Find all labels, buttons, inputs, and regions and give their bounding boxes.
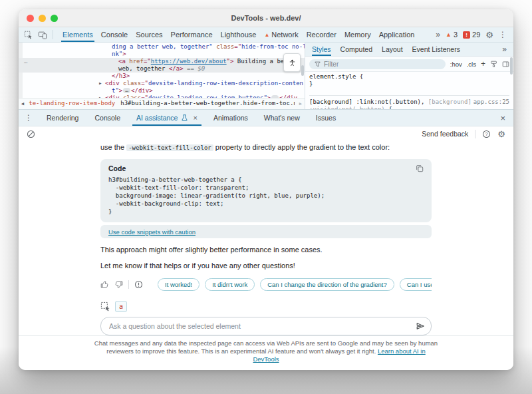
tab-label: Memory [344,31,371,39]
drawer-tab[interactable]: What's new [256,110,308,126]
style-rule-line[interactable]: } [309,81,509,88]
devtools-tab[interactable]: ▲ Network [264,27,298,42]
devtools-tab[interactable]: Performance [171,27,213,42]
question-input[interactable] [101,322,416,330]
style-rule-line[interactable]: element.style { [309,73,509,81]
send-feedback-button[interactable]: Send feedback [422,130,468,138]
inspect-element-button[interactable] [24,31,33,39]
styles-scrollbar-thumb[interactable] [510,57,513,75]
breadcrumb-item[interactable]: te-landing-row-item-body [29,100,115,108]
settings-gear-icon[interactable]: ⚙ [485,30,493,40]
copy-code-button[interactable] [416,164,424,172]
style-rule-line[interactable]: :visited:not(.button) { [309,106,509,109]
style-token: [background] :link:not(.button), [309,98,428,105]
ai-settings-gear-icon[interactable]: ⚙ [497,129,505,139]
breadcrumb-right-icon[interactable]: ▶ [299,101,302,106]
sidebar-icon [502,61,509,68]
expand-arrow-icon[interactable]: ▶ [99,81,105,85]
style-token: element.style [309,73,356,80]
dom-token: "> [227,58,234,65]
toggle-class-button[interactable]: .cls [467,61,476,68]
devtools-tab[interactable]: Lighthouse [221,27,257,42]
suggestion-chip[interactable]: It worked! [158,278,200,291]
issues-badge[interactable]: ! 29 [463,31,480,39]
dom-token: =" [144,58,151,65]
dom-token: </ [169,65,176,72]
drawer-tab[interactable]: Issues [308,110,344,126]
devtools-tab[interactable]: Elements [63,27,93,42]
dom-tree-row[interactable]: ▶<div class="devsite-landing-row-item-bu… [19,95,305,98]
dom-tree-row[interactable]: </h3> [19,73,305,80]
rendering-emulation-button[interactable] [490,61,497,68]
thumbs-up-button[interactable] [100,280,109,289]
close-tab-icon[interactable]: × [193,114,197,122]
devtools-tab[interactable]: Recorder [307,27,336,42]
dom-tree-row[interactable]: t">…</div> [19,87,305,95]
devtools-tab[interactable]: Memory [344,27,371,42]
alternative-approach-paragraph: Alternative approach using -webkit-text-… [100,141,432,153]
expand-arrow-icon[interactable]: ▶ [99,95,105,98]
stylesheet-link[interactable]: app.css:25 [473,98,509,105]
paragraph-token: -webkit-text-fill-color [126,144,213,151]
help-button[interactable]: ? [482,130,491,138]
new-style-rule-button[interactable]: + [481,61,485,67]
styles-tab[interactable]: Layout [382,43,403,56]
styles-tab[interactable]: Event Listeners [412,43,460,56]
styles-tab[interactable]: Computed [340,43,372,56]
devtools-tab[interactable]: Sources [136,27,162,42]
report-button[interactable] [134,280,143,289]
styles-rules[interactable]: element.style { } app.css:25[background]… [305,72,513,109]
dom-tree-row[interactable]: ▶<div class="devsite-landing-row-item-de… [19,80,305,87]
close-drawer-icon[interactable]: × [492,113,513,123]
accessibility-button[interactable] [283,53,301,72]
chat-transcript: purple gradient. Alternative approach us… [100,141,432,335]
dom-tree-row[interactable]: …<a href="https://web.dev/about"> Buildi… [19,58,305,65]
dom-tree-row[interactable]: web, together </a> == $0 [19,65,305,73]
breadcrumb-left-icon[interactable]: ◀ [21,101,24,106]
dom-tree-row[interactable]: nk"> [19,51,305,58]
tab-label: Console [101,31,128,39]
breadcrumb-item[interactable]: h3#building-a-better-web-together.hide-f… [120,100,295,108]
feedback-row: It worked!It didn't workCan I change the… [100,277,432,292]
more-options-icon[interactable]: ⋮ [499,30,507,39]
more-tabs-icon[interactable]: » [436,30,440,39]
caution-link[interactable]: Use code snippets with caution [108,228,196,236]
style-rule-line[interactable] [309,88,509,96]
suggestion-chip[interactable]: It didn't work [205,278,255,291]
closing-text: Let me know if that helps or if you have… [100,261,432,271]
drawer-tab[interactable]: Console [86,110,128,126]
clear-chat-button[interactable] [27,130,35,138]
titlebar[interactable]: DevTools - web.dev/ [19,9,513,27]
issues-count: 29 [472,31,480,39]
drawer-menu-icon[interactable]: ⋮ [19,113,39,122]
drawer-tab[interactable]: Rendering [39,110,86,126]
styles-tab[interactable]: Styles [312,43,331,56]
ai-chat-panel: purple gradient. Alternative approach us… [19,141,513,335]
suggestion-chip[interactable]: Can I change the direction of the gradie… [260,278,394,291]
context-element-chip[interactable]: a [115,301,127,312]
styles-more-tabs-icon[interactable]: » [502,45,507,54]
warnings-badge[interactable]: ▲ 3 [446,31,458,39]
elements-scrollbar-thumb[interactable] [301,65,304,76]
dom-tree[interactable]: ding a better web, together" class="hide… [19,43,305,98]
style-filter-input[interactable]: Filter [309,59,446,69]
select-element-button[interactable] [100,301,110,311]
device-toolbar-button[interactable] [38,31,47,39]
thumbs-up-icon [100,280,109,289]
dom-token: > [122,51,126,57]
code-block[interactable]: h3#building-a-better-web-together a { -w… [108,176,424,216]
style-token: [background] [428,98,471,105]
send-button[interactable] [416,321,425,331]
dom-token: div [108,80,119,87]
suggestion-chip[interactable]: Can I use more than [400,278,432,291]
drawer-tab-ai-assistance[interactable]: AI assistance × [128,110,205,126]
dom-tree-row[interactable]: ding a better web, together" class="hide… [19,43,305,51]
thumbs-down-button[interactable] [114,280,123,289]
sidebar-toggle-button[interactable] [502,61,509,68]
style-rule-line[interactable]: app.css:25[background] :link:not(.button… [309,98,509,106]
devtools-tab[interactable]: Application [379,27,415,42]
code-line: } [108,208,424,216]
drawer-tab[interactable]: Animations [205,110,256,126]
toggle-hover-button[interactable]: :hov [450,61,462,68]
devtools-tab[interactable]: Console [101,27,128,42]
